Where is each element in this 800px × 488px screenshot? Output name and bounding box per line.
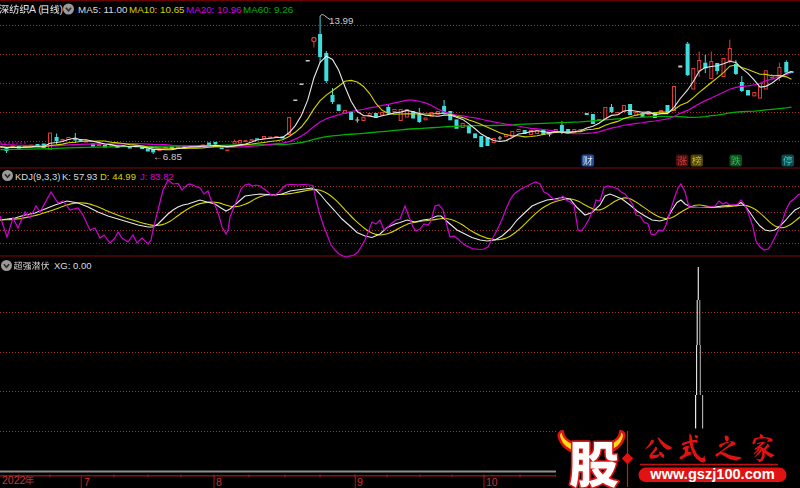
svg-text:2022: 2022 — [2, 474, 26, 486]
svg-text:7: 7 — [84, 476, 90, 488]
svg-text:KDJ(9,3,3): KDJ(9,3,3) — [15, 171, 60, 182]
svg-text:XG: 0.00: XG: 0.00 — [54, 260, 92, 271]
svg-text:www.gszj100.com: www.gszj100.com — [649, 466, 774, 482]
svg-text:MA10: 10.65: MA10: 10.65 — [129, 4, 185, 15]
svg-text:): ) — [60, 3, 64, 15]
svg-text:A (: A ( — [29, 3, 42, 15]
svg-text:←6.85: ←6.85 — [153, 151, 182, 162]
svg-text:MA20: 10.96: MA20: 10.96 — [186, 4, 242, 15]
svg-text:K: 57.93: K: 57.93 — [62, 171, 97, 182]
svg-text:9: 9 — [357, 476, 363, 488]
svg-text:D: 44.99: D: 44.99 — [100, 171, 136, 182]
svg-text:10: 10 — [486, 476, 498, 488]
svg-text:MA5: 11.00: MA5: 11.00 — [78, 4, 128, 15]
svg-text:J: 83.82: J: 83.82 — [140, 171, 174, 182]
svg-text:MA60: 9.26: MA60: 9.26 — [243, 4, 294, 15]
svg-text:8: 8 — [216, 476, 222, 488]
svg-text:13.99: 13.99 — [329, 15, 354, 26]
